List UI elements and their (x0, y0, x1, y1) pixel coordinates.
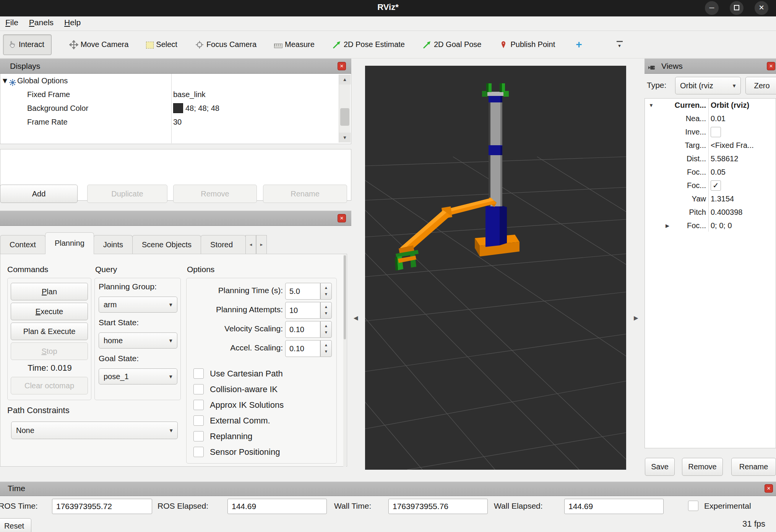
stop-button[interactable]: Stop (11, 342, 88, 360)
sensor-positioning-checkbox[interactable] (193, 447, 204, 457)
chevron-right-icon[interactable]: ▶ (666, 219, 669, 232)
velocity-scaling-input[interactable]: 0.10 (285, 321, 320, 338)
tree-row-near-clip[interactable]: Nea... 0.01 (645, 112, 776, 125)
invert-z-checkbox[interactable] (711, 127, 721, 137)
tree-row-focal-shape-fixed-size[interactable]: Foc... (645, 179, 776, 192)
chevron-down-icon[interactable]: ▼ (649, 99, 654, 112)
tree-row-target-frame[interactable]: Targ... <Fixed Fra... (645, 139, 776, 152)
planning-attempts-input[interactable]: 10 (285, 302, 320, 319)
execute-button[interactable]: Execute (11, 303, 88, 320)
vertical-scrollbar[interactable] (343, 255, 346, 467)
property-value[interactable]: 48; 48; 48 (173, 101, 219, 115)
vertical-scrollbar[interactable]: ▲ ▼ (339, 75, 350, 143)
remove-display-button[interactable]: Remove (173, 185, 257, 203)
ros-elapsed-input[interactable] (227, 499, 327, 514)
property-value[interactable]: base_link (173, 88, 206, 101)
tab-scroll-right-button[interactable]: ▸ (256, 235, 267, 254)
goal-state-dropdown[interactable]: pose_1 ▼ (99, 368, 177, 384)
add-display-button[interactable]: Add (0, 185, 78, 203)
maximize-button[interactable] (730, 1, 744, 15)
spin-up-icon[interactable]: ▲ (321, 285, 331, 290)
spinner-buttons[interactable]: ▲▼ (320, 340, 332, 357)
tool-focus-camera[interactable]: Focus Camera (195, 40, 257, 49)
path-constraints-dropdown[interactable]: None ▼ (11, 422, 178, 439)
property-value[interactable]: 0.400398 (711, 206, 742, 219)
tab-planning[interactable]: Planning (45, 232, 94, 254)
tool-select[interactable]: Select (146, 40, 177, 49)
close-icon[interactable]: ✕ (767, 62, 775, 70)
replanning-checkbox[interactable] (193, 431, 204, 441)
planning-time-input[interactable]: 5.0 (285, 283, 320, 300)
spin-up-icon[interactable]: ▲ (321, 343, 331, 347)
tree-row-focal-point[interactable]: ▶ Foc... 0; 0; 0 (645, 219, 776, 232)
scroll-down-button[interactable]: ▼ (339, 133, 351, 143)
focal-shape-checkbox[interactable] (711, 180, 721, 191)
property-value[interactable]: 0; 0; 0 (711, 219, 732, 232)
scrollbar-thumb[interactable] (340, 108, 349, 126)
accel-scaling-input[interactable]: 0.10 (285, 340, 320, 357)
tree-row-focal-shape-size[interactable]: Foc... 0.05 (645, 165, 776, 179)
rename-view-button[interactable]: Rename (731, 458, 776, 476)
tree-row-background-color[interactable]: Background Color 48; 48; 48 (0, 101, 351, 115)
color-swatch[interactable] (173, 103, 183, 113)
panel-collapse-right-handle[interactable]: ▶ (634, 315, 638, 321)
close-icon[interactable]: ✕ (338, 214, 346, 222)
close-button[interactable]: ✕ (755, 1, 768, 15)
wall-time-input[interactable] (388, 499, 488, 514)
tree-row-fixed-frame[interactable]: Fixed Frame base_link (0, 88, 351, 101)
tool-2d-goal-pose[interactable]: 2D Goal Pose (422, 40, 482, 49)
external-comm-checkbox[interactable] (193, 415, 204, 426)
property-value[interactable]: 5.58612 (711, 152, 738, 165)
tool-publish-point[interactable]: Publish Point (499, 40, 555, 49)
spin-down-icon[interactable]: ▼ (321, 311, 331, 315)
tree-row-frame-rate[interactable]: Frame Rate 30 (0, 115, 351, 129)
spin-up-icon[interactable]: ▲ (321, 305, 331, 309)
tool-measure[interactable]: Measure (274, 40, 315, 49)
tree-row-global-options[interactable]: ▼ Global Options (0, 74, 351, 88)
property-value[interactable]: 0.05 (711, 165, 726, 179)
plan-and-execute-button[interactable]: Plan & Execute (11, 323, 88, 340)
property-value[interactable]: 30 (173, 115, 182, 129)
tree-row-invert-z[interactable]: Inve... (645, 125, 776, 139)
clear-octomap-button[interactable]: Clear octomap (11, 377, 88, 394)
panel-collapse-left-handle[interactable]: ◀ (354, 315, 358, 321)
wall-elapsed-input[interactable] (564, 499, 664, 514)
reset-button[interactable]: Reset (0, 518, 31, 532)
tab-context[interactable]: Context (0, 235, 45, 254)
scroll-up-button[interactable]: ▲ (339, 75, 351, 84)
menu-file[interactable]: File (0, 16, 24, 29)
spin-up-icon[interactable]: ▲ (321, 324, 331, 328)
save-view-button[interactable]: Save (645, 458, 675, 476)
spinner-buttons[interactable]: ▲▼ (320, 283, 332, 300)
tab-stored-scenes[interactable]: Stored Sce (201, 235, 246, 254)
close-icon[interactable]: ✕ (338, 62, 346, 70)
use-cartesian-path-checkbox[interactable] (193, 368, 204, 379)
minimize-button[interactable]: ─ (705, 1, 719, 15)
spinner-buttons[interactable]: ▲▼ (320, 302, 332, 319)
ros-time-input[interactable] (52, 499, 152, 514)
tool-move-camera[interactable]: Move Camera (69, 40, 129, 49)
scrollbar-thumb[interactable] (344, 255, 346, 339)
toolbar-overflow-button[interactable]: ▾ (617, 41, 623, 49)
spin-down-icon[interactable]: ▼ (321, 292, 331, 296)
spin-down-icon[interactable]: ▼ (321, 349, 331, 354)
tool-interact[interactable]: Interact (3, 34, 52, 55)
tab-joints[interactable]: Joints (94, 235, 133, 254)
remove-view-button[interactable]: Remove (682, 458, 723, 476)
tree-row-yaw[interactable]: Yaw 1.3154 (645, 192, 776, 206)
chevron-down-icon[interactable]: ▼ (1, 74, 8, 88)
approx-ik-solutions-checkbox[interactable] (193, 400, 204, 410)
tab-scene-objects[interactable]: Scene Objects (132, 235, 201, 254)
spinner-buttons[interactable]: ▲▼ (320, 321, 332, 338)
3d-viewport[interactable] (365, 66, 626, 470)
property-value[interactable]: 0.01 (711, 112, 726, 125)
plan-button[interactable]: Plan (11, 283, 88, 300)
duplicate-display-button[interactable]: Duplicate (87, 185, 167, 203)
spin-down-icon[interactable]: ▼ (321, 330, 331, 334)
tab-scroll-left-button[interactable]: ◂ (245, 235, 256, 254)
property-value[interactable]: <Fixed Fra... (711, 139, 754, 152)
tree-row-pitch[interactable]: Pitch 0.400398 (645, 206, 776, 219)
menu-help[interactable]: Help (59, 16, 86, 29)
property-value[interactable]: 1.3154 (711, 192, 734, 206)
view-type-dropdown[interactable]: Orbit (rviz ▼ (675, 77, 741, 94)
